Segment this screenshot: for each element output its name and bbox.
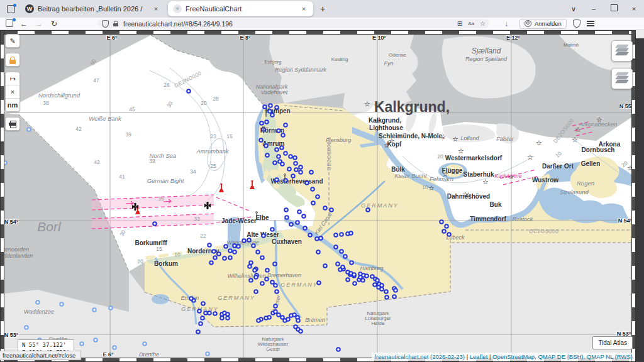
chart-marker[interactable]	[287, 167, 291, 171]
chart-marker-light[interactable]	[92, 308, 96, 312]
measure-clear-button[interactable]: ×	[6, 85, 19, 98]
print-button[interactable]	[5, 117, 20, 131]
chart-marker[interactable]	[226, 312, 230, 316]
chart-marker[interactable]	[334, 245, 338, 249]
lighthouse-star-icon[interactable]: ☆	[442, 170, 448, 178]
light-tower-icon[interactable]	[250, 180, 255, 189]
lock-icon[interactable]	[113, 21, 119, 27]
chart-marker[interactable]	[394, 288, 397, 292]
chart-marker[interactable]	[284, 178, 287, 182]
chart-marker[interactable]	[309, 170, 313, 174]
overlay-layer-button[interactable]	[611, 68, 633, 89]
chart-marker[interactable]	[233, 244, 236, 248]
chart-marker[interactable]	[334, 233, 338, 237]
chart-marker[interactable]	[228, 256, 232, 260]
chart-marker[interactable]	[296, 319, 300, 322]
chart-marker[interactable]	[270, 113, 274, 117]
translate-icon[interactable]: Aa	[468, 21, 474, 26]
chart-marker[interactable]	[343, 255, 347, 258]
chart-marker[interactable]	[285, 216, 289, 219]
chart-marker[interactable]	[440, 220, 443, 224]
base-layer-button[interactable]	[611, 40, 633, 62]
chart-marker[interactable]	[299, 329, 303, 333]
chart-marker[interactable]	[224, 244, 228, 248]
lighthouse-star-icon[interactable]: ☆	[374, 117, 380, 124]
chart-marker[interactable]	[201, 316, 204, 320]
chart-marker[interactable]	[375, 278, 379, 282]
scrollbar[interactable]	[636, 38, 644, 362]
chart-marker-light[interactable]	[206, 352, 209, 356]
chart-marker-light[interactable]	[113, 346, 116, 349]
chart-marker[interactable]	[274, 304, 277, 308]
chart-marker[interactable]	[353, 282, 357, 285]
chart-marker[interactable]	[220, 316, 224, 320]
chart-marker[interactable]	[199, 322, 203, 326]
chart-marker-light[interactable]	[80, 342, 84, 346]
chart-marker[interactable]	[291, 174, 295, 178]
chart-marker[interactable]	[204, 311, 208, 315]
chart-marker[interactable]	[280, 162, 284, 166]
tab-wordpress[interactable]: W Beitrag bearbeiten „Bulletin 2026 / ×	[20, 1, 165, 16]
url-bar[interactable]: freenauticalchart.net/#8/54.264/9.196 ⊞ …	[98, 19, 489, 28]
chart-marker[interactable]	[249, 261, 253, 265]
chart-marker[interactable]	[340, 233, 343, 236]
lighthouse-star-icon[interactable]: ☆	[572, 136, 578, 143]
firefox-view-icon[interactable]	[4, 19, 16, 28]
chart-marker[interactable]	[263, 105, 267, 109]
chart-marker[interactable]	[365, 274, 369, 278]
chart-marker[interactable]	[289, 222, 293, 226]
chart-marker[interactable]	[317, 281, 321, 285]
chart-marker[interactable]	[277, 155, 280, 158]
menu-icon[interactable]	[587, 19, 594, 28]
chart-marker[interactable]	[208, 311, 211, 315]
chart-marker[interactable]	[445, 224, 448, 228]
chart-marker[interactable]	[280, 146, 284, 150]
chart-marker[interactable]	[201, 302, 205, 305]
chart-marker[interactable]	[233, 250, 236, 254]
save-page-icon[interactable]: ⊞	[457, 20, 462, 27]
lighthouse-star-icon[interactable]: ☆	[458, 147, 464, 155]
chart-marker[interactable]	[228, 249, 232, 253]
chart-marker[interactable]	[299, 170, 303, 174]
chart-marker[interactable]	[264, 144, 268, 148]
chart-marker[interactable]	[265, 268, 269, 272]
chart-marker[interactable]	[187, 89, 191, 93]
chart-marker[interactable]	[330, 208, 333, 212]
chart-marker[interactable]	[305, 181, 309, 185]
nautical-chart-map[interactable]: ☆☆☆☆☆☆☆☆☆☆☆☆☆☆☆☆☆☆☆ E 6°E 8°E 10°E 12°E …	[0, 30, 644, 362]
chart-marker[interactable]	[336, 348, 340, 351]
chart-marker[interactable]	[268, 109, 272, 113]
extension-icon[interactable]	[573, 19, 580, 28]
chart-marker[interactable]	[259, 138, 263, 142]
light-tower-icon[interactable]	[219, 183, 224, 192]
reload-button[interactable]: ↻	[47, 19, 62, 28]
chart-marker-light[interactable]	[109, 306, 113, 310]
lighthouse-star-icon[interactable]: ☆	[596, 116, 602, 123]
chart-marker[interactable]	[189, 297, 193, 300]
chart-marker[interactable]	[293, 156, 297, 160]
back-button[interactable]: ←	[16, 19, 31, 28]
chart-marker[interactable]	[254, 275, 258, 279]
tab-freenauticalchart[interactable]: ✳ FreeNauticalChart ×	[168, 1, 313, 16]
chart-marker[interactable]	[316, 195, 319, 199]
chart-marker[interactable]	[315, 237, 319, 241]
chart-marker[interactable]	[284, 208, 288, 212]
chart-marker[interactable]	[294, 168, 298, 172]
chart-marker[interactable]	[208, 243, 211, 247]
chart-marker[interactable]	[275, 148, 279, 151]
chart-marker[interactable]	[302, 214, 306, 218]
chart-marker[interactable]	[303, 226, 307, 230]
chart-marker[interactable]	[236, 244, 240, 248]
chart-marker[interactable]	[311, 187, 314, 191]
chart-marker[interactable]	[253, 268, 257, 272]
chart-marker[interactable]	[213, 256, 217, 260]
chart-marker[interactable]	[340, 250, 343, 253]
chart-marker[interactable]	[346, 278, 350, 282]
chart-marker[interactable]	[275, 290, 279, 293]
lighthouse-star-icon[interactable]: ☆	[575, 126, 581, 133]
tracking-shield-icon[interactable]	[102, 20, 109, 28]
chart-marker[interactable]	[323, 264, 327, 268]
chart-marker[interactable]	[269, 104, 272, 107]
chart-marker[interactable]	[319, 236, 323, 240]
chart-marker[interactable]	[380, 287, 384, 291]
